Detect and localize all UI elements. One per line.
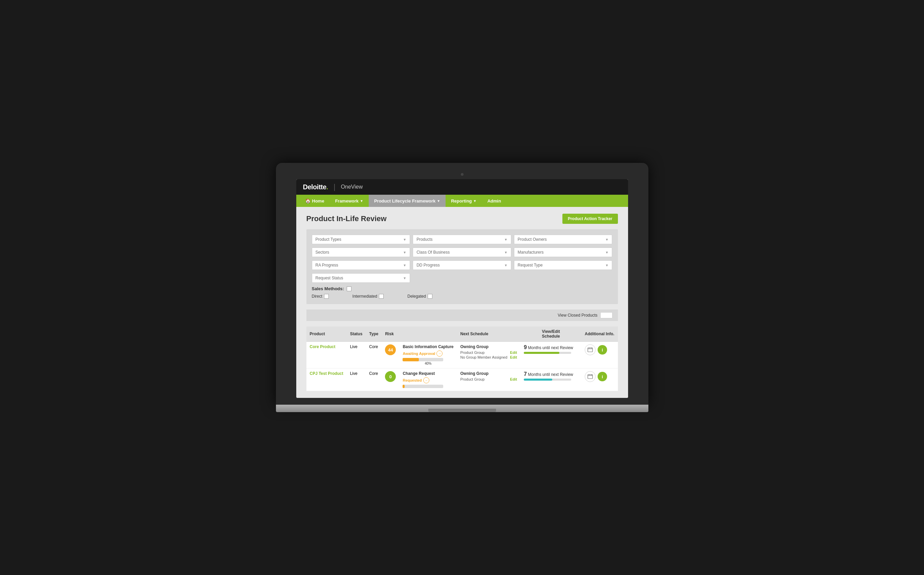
- col-next-schedule: Next Schedule: [457, 326, 521, 342]
- filter-request-status[interactable]: Request Status ▼: [312, 273, 410, 283]
- chevron-down-icon: ▼: [403, 264, 406, 267]
- nav-reporting[interactable]: Reporting ▼: [446, 195, 482, 207]
- filter-manufacturers[interactable]: Manufacturers ▼: [514, 248, 613, 257]
- schedule-months: 9 Months until next Review: [524, 345, 578, 351]
- sales-methods-checkbox-all[interactable]: [347, 286, 351, 291]
- chevron-down-icon: ▼: [403, 251, 406, 254]
- product-name-cell: CPJ Test Product: [306, 369, 347, 391]
- filter-row-4: Request Status ▼: [312, 273, 613, 283]
- filter-ra-progress[interactable]: RA Progress ▼: [312, 260, 410, 270]
- col-status: Status: [347, 326, 366, 342]
- schedule-months: 7 Months until next Review: [524, 371, 578, 377]
- status-cell: Live: [347, 369, 366, 391]
- filter-class-of-business[interactable]: Class Of Business ▼: [413, 248, 511, 257]
- intermediated-checkbox[interactable]: [379, 294, 384, 299]
- risk-badge: 0: [385, 371, 396, 382]
- nav-bar: 🏠 Home Framework ▼ Product Lifecycle Fra…: [296, 195, 628, 207]
- risk-cell: 44: [382, 342, 399, 369]
- progress-status: Requested →: [403, 377, 453, 383]
- product-link[interactable]: CPJ Test Product: [310, 371, 343, 376]
- chevron-down-icon: ▼: [504, 264, 508, 267]
- filter-panel: Product Types ▼ Products ▼ Product Owner…: [306, 229, 618, 304]
- type-value: Core: [369, 371, 378, 376]
- col-product: Product: [306, 326, 347, 342]
- owning-group-section: Owning Group Product Group Edit: [460, 371, 518, 381]
- schedule-bar: [524, 352, 571, 354]
- progress-section: Change Request Requested →: [403, 371, 453, 388]
- progress-bar-fill: [403, 385, 405, 388]
- owning-group-cell: Owning Group Product Group Edit: [457, 369, 521, 391]
- chevron-down-icon: ▼: [504, 251, 508, 254]
- edit-link[interactable]: Edit: [510, 377, 517, 381]
- owning-group-title: Owning Group: [460, 371, 518, 376]
- sales-methods-label: Sales Methods:: [312, 286, 344, 291]
- nav-home[interactable]: 🏠 Home: [300, 195, 330, 207]
- laptop-base: [276, 405, 648, 412]
- actions-cell: i: [581, 369, 618, 391]
- view-closed-toggle[interactable]: [600, 312, 613, 318]
- screen: Deloitte. | OneView 🏠 Home Framework ▼ P…: [296, 179, 628, 398]
- action-tracker-button[interactable]: Product Action Tracker: [562, 214, 618, 224]
- owning-group-row: Product Group Edit: [460, 377, 518, 381]
- filter-row-3: RA Progress ▼ DD Progress ▼ Request Type…: [312, 260, 613, 270]
- edit-link[interactable]: Edit: [510, 351, 517, 354]
- delegated-checkbox[interactable]: [428, 294, 432, 299]
- owning-group-section: Owning Group Product Group Edit No Group…: [460, 345, 518, 359]
- product-name-cell: Core Product: [306, 342, 347, 369]
- filter-dd-progress[interactable]: DD Progress ▼: [413, 260, 511, 270]
- home-icon: 🏠: [305, 198, 311, 203]
- schedule-bar-fill: [524, 352, 559, 354]
- filter-products[interactable]: Products ▼: [413, 235, 511, 244]
- progress-bar: [403, 358, 443, 361]
- type-cell: Core: [366, 369, 382, 391]
- progress-pct: 40%: [403, 362, 453, 365]
- schedule-bar: [524, 379, 571, 381]
- laptop-shell: Deloitte. | OneView 🏠 Home Framework ▼ P…: [276, 163, 648, 412]
- delegated-checkbox-item: Delegated: [407, 294, 432, 299]
- chevron-down-icon: ▼: [605, 238, 609, 241]
- type-cell: Core: [366, 342, 382, 369]
- logo-divider: |: [333, 183, 335, 191]
- schedule-section: 9 Months until next Review: [524, 345, 578, 354]
- edit-link-2[interactable]: Edit: [510, 355, 517, 359]
- filter-product-owners[interactable]: Product Owners ▼: [514, 235, 613, 244]
- actions-col: i: [585, 371, 614, 382]
- filter-product-types[interactable]: Product Types ▼: [312, 235, 410, 244]
- risk-badge: 44: [385, 345, 396, 355]
- actions-col: i: [585, 345, 614, 355]
- progress-section: Basic Information Capture Awaiting Appro…: [403, 345, 453, 365]
- intermediated-checkbox-item: Intermediated: [352, 294, 384, 299]
- type-value: Core: [369, 345, 378, 349]
- toggle-row: View Closed Products: [306, 310, 618, 321]
- filter-request-type[interactable]: Request Type ▼: [514, 260, 613, 270]
- filter-sectors[interactable]: Sectors ▼: [312, 248, 410, 257]
- direct-checkbox-item: Direct: [312, 294, 329, 299]
- schedule-bar-fill: [524, 379, 552, 381]
- owning-group-row: Product Group Edit: [460, 351, 518, 354]
- sales-methods-section: Sales Methods:: [312, 286, 613, 291]
- risk-cell: 0: [382, 369, 399, 391]
- svg-rect-4: [588, 375, 592, 379]
- schedule-icon-button[interactable]: [585, 371, 595, 382]
- info-icon-button[interactable]: i: [598, 345, 607, 354]
- no-group-row: No Group Member Assigned Edit: [460, 355, 518, 359]
- progress-arrow-icon: →: [423, 377, 429, 383]
- schedule-icon-button[interactable]: [585, 345, 595, 355]
- nav-admin[interactable]: Admin: [482, 195, 506, 207]
- main-content: Product In-Life Review Product Action Tr…: [296, 207, 628, 398]
- schedule-section: 7 Months until next Review: [524, 371, 578, 381]
- page-title: Product In-Life Review: [306, 214, 387, 223]
- camera: [461, 173, 464, 176]
- info-icon-button[interactable]: i: [598, 372, 607, 381]
- nav-product-lifecycle[interactable]: Product Lifecycle Framework ▼: [369, 195, 446, 207]
- filter-row-2: Sectors ▼ Class Of Business ▼ Manufactur…: [312, 248, 613, 257]
- nav-framework[interactable]: Framework ▼: [330, 195, 369, 207]
- status-badge: Live: [350, 345, 357, 349]
- product-link[interactable]: Core Product: [310, 345, 335, 349]
- logo-deloitte: Deloitte.: [303, 183, 328, 191]
- progress-title: Basic Information Capture: [403, 345, 453, 349]
- status-badge: Live: [350, 371, 357, 376]
- direct-checkbox[interactable]: [324, 294, 329, 299]
- page-header: Product In-Life Review Product Action Tr…: [306, 214, 618, 224]
- filter-row-1: Product Types ▼ Products ▼ Product Owner…: [312, 235, 613, 244]
